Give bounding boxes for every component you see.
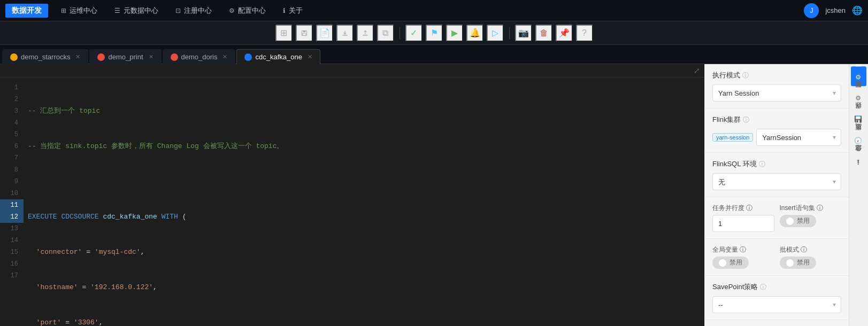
tab-icon-starrocks — [10, 53, 18, 61]
tab-cdc-kafka-one[interactable]: cdc_kafka_one ✕ — [236, 49, 320, 64]
flag-btn[interactable]: ⚑ — [426, 25, 443, 42]
code-line-3 — [28, 176, 704, 188]
insert-stmt-label: Insert语句集 ⓘ — [780, 204, 842, 213]
parallelism-input[interactable] — [712, 215, 774, 232]
exec-mode-select[interactable]: Yarn Session Local Standalone — [712, 84, 841, 102]
svg-rect-3 — [342, 35, 347, 36]
tab-icon-kafka — [244, 53, 252, 61]
bell-btn[interactable]: 🔔 — [466, 25, 483, 42]
line-num-6: 6 — [0, 141, 24, 152]
nav-item-meta[interactable]: ☰ 元数据中心 — [107, 4, 166, 18]
tab-close-doris[interactable]: ✕ — [222, 53, 227, 60]
help-btn[interactable]: ? — [576, 25, 593, 42]
exec-mode-info-icon[interactable]: ⓘ — [742, 71, 749, 80]
global-var-info-icon[interactable]: ⓘ — [740, 245, 746, 254]
tab-close-starrocks[interactable]: ✕ — [75, 53, 80, 60]
flink-cluster-label: Flink集群 ⓘ — [712, 115, 841, 125]
tab-label-starrocks: demo_starrocks — [21, 53, 70, 61]
panel-tab-exec-config[interactable]: ⚙ 执行配置 — [851, 87, 866, 107]
savepoint-info-icon[interactable]: ⓘ — [760, 283, 766, 292]
nav-item-ops[interactable]: ⊞ 运维中心 — [53, 4, 105, 18]
tab-label-print: demo_print — [108, 53, 143, 61]
line-num-14: 14 — [0, 235, 24, 246]
import-btn[interactable] — [357, 25, 374, 42]
export-btn[interactable] — [336, 25, 354, 42]
line-num-7: 7 — [0, 152, 24, 164]
config-icon: ⚙ — [229, 7, 235, 14]
line-num-15: 15 — [0, 246, 24, 258]
toolbar-divider-2 — [509, 27, 510, 39]
savepoint-select[interactable]: -- — [712, 296, 841, 313]
code-content[interactable]: 1 2 3 4 5 6 7 8 9 10 11 12 13 14 15 16 1… — [0, 77, 704, 326]
panel-tab-version-history[interactable]: 🕐 版本历史 — [851, 130, 866, 150]
nav-right: J jcshen 🌐 — [804, 3, 863, 18]
save-btn[interactable] — [296, 25, 313, 42]
tab-close-print[interactable]: ✕ — [149, 53, 153, 60]
panel-tab-job-info[interactable]: ℹ 作业信息 — [851, 151, 866, 171]
editor-header: ⤢ — [0, 64, 704, 77]
globe-icon[interactable]: 🌐 — [852, 5, 863, 15]
line-num-17: 17 — [0, 270, 24, 282]
insert-stmt-info-icon[interactable]: ⓘ — [817, 204, 823, 213]
flinksql-env-section: FlinkSQL 环境 ⓘ 无 — [705, 153, 849, 197]
flink-cluster-select-wrapper: YarnSession — [756, 129, 841, 146]
delete-btn[interactable]: 🗑 — [535, 25, 552, 42]
svg-rect-4 — [363, 35, 367, 36]
main-area: ⤢ 1 2 3 4 5 6 7 8 9 10 11 12 13 14 15 16… — [0, 64, 868, 326]
tab-demo-starrocks[interactable]: demo_starrocks ✕ — [2, 49, 88, 64]
savepoint-select-wrapper: -- — [712, 296, 841, 313]
panel-tab-savepoint[interactable]: 💾 保存点 — [851, 108, 866, 129]
camera-btn[interactable]: 📷 — [515, 25, 532, 42]
svg-rect-1 — [303, 30, 305, 32]
global-var-toggle[interactable]: 禁用 — [712, 257, 749, 269]
tab-icon-print — [97, 53, 105, 61]
batch-mode-toggle[interactable]: 禁用 — [780, 257, 816, 269]
flinksql-env-select[interactable]: 无 — [712, 173, 841, 190]
nav-item-config[interactable]: ⚙ 配置中心 — [221, 4, 273, 18]
line-num-1: 1 — [0, 82, 24, 94]
panel-tab-exec-config-icon: ⚙ — [855, 95, 862, 102]
pin-btn[interactable]: 📌 — [556, 25, 573, 42]
parallelism-label: 任务并行度 ⓘ — [712, 204, 774, 213]
tab-icon-doris — [171, 53, 178, 61]
panel-tab-job-config[interactable]: ⚙ 作业配置 — [851, 66, 866, 86]
parallelism-section: 任务并行度 ⓘ Insert语句集 ⓘ 禁用 — [705, 197, 849, 239]
batch-mode-label: 批模式 ⓘ — [780, 245, 842, 254]
line-num-16: 16 — [0, 258, 24, 270]
tab-demo-doris[interactable]: demo_doris ✕ — [163, 49, 236, 64]
about-icon: ℹ — [283, 7, 286, 14]
line-num-8: 8 — [0, 164, 24, 176]
code-line-7: 'port' = '3306' , — [28, 317, 704, 326]
line-num-12: 12 — [0, 211, 24, 223]
code-line-1: -- 汇总到一个 topic — [28, 105, 704, 117]
flink-cluster-select[interactable]: YarnSession — [756, 129, 841, 146]
batch-mode-info-icon[interactable]: ⓘ — [801, 245, 807, 254]
line-num-3: 3 — [0, 105, 24, 117]
right-panel-tabs: ⚙ 作业配置 ⚙ 执行配置 💾 保存点 🕐 版本历史 ℹ 作业信息 — [849, 64, 868, 326]
savepoint-label: SavePoint策略 ⓘ — [712, 282, 841, 292]
code-lines[interactable]: -- 汇总到一个 topic -- 当指定 sink.topic 参数时，所有 … — [24, 77, 704, 326]
code-line-2: -- 当指定 sink.topic 参数时，所有 Change Log 会被写入… — [28, 141, 704, 152]
maximize-btn[interactable]: ⤢ — [689, 64, 704, 77]
run-btn[interactable]: ▶ — [446, 25, 463, 42]
nav-item-register[interactable]: ⊡ 注册中心 — [168, 4, 219, 18]
exec-mode-label: 执行模式 ⓘ — [712, 71, 841, 80]
parallelism-info-icon[interactable]: ⓘ — [746, 204, 752, 213]
nav-item-about[interactable]: ℹ 关于 — [275, 4, 310, 18]
flink-cluster-info-icon[interactable]: ⓘ — [743, 115, 749, 125]
new-file-btn[interactable]: 📄 — [316, 25, 333, 42]
insert-stmt-toggle[interactable]: 禁用 — [780, 215, 816, 227]
global-var-field: 全局变量 ⓘ 禁用 — [712, 245, 774, 269]
global-var-label: 全局变量 ⓘ — [712, 245, 774, 254]
toolbar-divider-1 — [400, 27, 400, 39]
parallelism-field: 任务并行度 ⓘ — [712, 204, 774, 232]
tab-demo-print[interactable]: demo_print ✕ — [89, 49, 161, 64]
top-nav: 数据开发 ⊞ 运维中心 ☰ 元数据中心 ⊡ 注册中心 ⚙ 配置中心 ℹ 关于 J… — [0, 0, 868, 21]
code-line-5: 'connector' = 'mysql-cdc' , — [28, 246, 704, 258]
check-btn[interactable]: ✓ — [405, 25, 423, 42]
run2-btn[interactable]: ▷ — [487, 25, 504, 42]
copy-btn[interactable]: ⧉ — [377, 25, 394, 42]
tab-close-kafka[interactable]: ✕ — [308, 53, 312, 60]
layout-btn[interactable]: ⊞ — [275, 25, 293, 42]
flinksql-env-info-icon[interactable]: ⓘ — [759, 160, 765, 169]
